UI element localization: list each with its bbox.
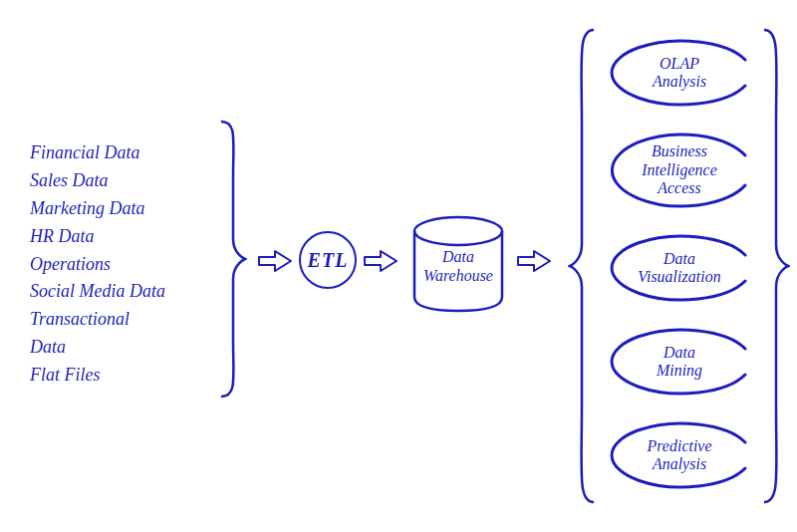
- source-item: Transactional: [30, 306, 209, 334]
- source-item: Sales Data: [30, 167, 209, 195]
- output-label: Data Mining: [657, 344, 702, 381]
- etl-label: ETL: [308, 249, 349, 272]
- output-label: Business Intelligence Access: [642, 142, 717, 197]
- arrow-icon: [257, 249, 293, 273]
- arrow-icon: [363, 249, 398, 273]
- output-label: Data Visualization: [638, 250, 720, 287]
- bracket-right-close-icon: [762, 28, 790, 504]
- svg-point-0: [414, 217, 502, 245]
- arrow-icon: [516, 249, 552, 273]
- source-item: Flat Files: [30, 362, 209, 390]
- output-bi: Business Intelligence Access: [604, 132, 755, 209]
- source-item: Marketing Data: [30, 195, 209, 223]
- source-item: Operations: [30, 251, 209, 279]
- source-item: Financial Data: [30, 139, 209, 167]
- source-item: HR Data: [30, 223, 209, 251]
- output-viz: Data Visualization: [604, 233, 755, 303]
- output-label: Predictive Analysis: [647, 437, 711, 474]
- source-item: Social Media Data: [30, 278, 209, 306]
- output-olap: OLAP Analysis: [604, 38, 755, 108]
- data-sources-list: Financial Data Sales Data Marketing Data…: [30, 139, 209, 390]
- source-item: Data: [30, 334, 209, 362]
- bracket-left-icon: [219, 120, 247, 399]
- etl-node: ETL: [299, 231, 357, 289]
- outputs-list: OLAP Analysis Business Intelligence Acce…: [604, 38, 755, 490]
- bracket-right-open-icon: [568, 28, 596, 504]
- output-label: OLAP Analysis: [653, 55, 706, 92]
- output-predictive: Predictive Analysis: [604, 420, 755, 490]
- data-warehouse-label: Data Warehouse: [408, 247, 508, 285]
- output-mining: Data Mining: [604, 327, 755, 397]
